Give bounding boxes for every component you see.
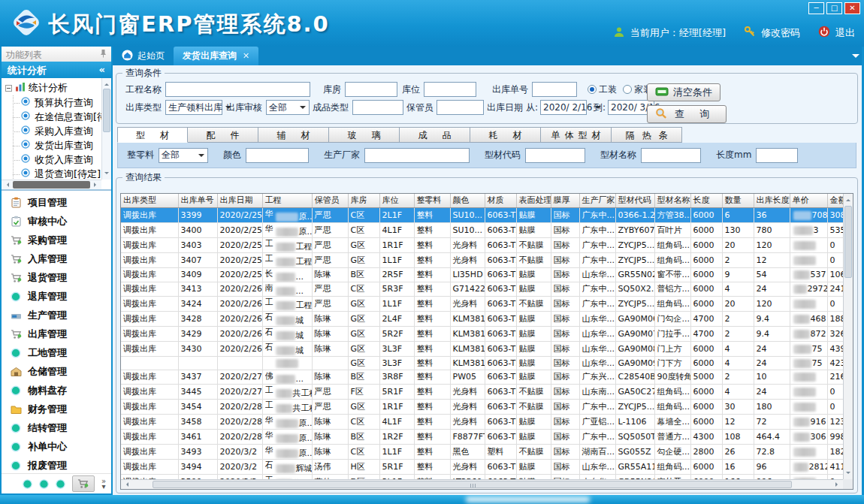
table-cell[interactable]: 严思 [312,222,348,237]
project-name-input[interactable] [165,82,310,97]
table-cell[interactable]: 6063-T5 [485,429,516,444]
table-cell[interactable]: 不贴膜 [516,399,551,414]
table-cell[interactable]: 贴膜 [516,222,551,237]
table-cell[interactable]: 国标 [551,459,579,474]
table-cell[interactable]: 6000 [690,237,722,252]
table-cell[interactable]: 调拨出库 [121,384,178,399]
table-cell[interactable]: 5R1F [379,489,414,490]
column-header[interactable]: 库房 [348,194,379,207]
table-cell[interactable]: 10 [754,370,790,384]
table-row[interactable]: 调拨出库34292020/2/26石城陈琳G区5R2F整料KLM38176063… [121,326,845,341]
table-cell[interactable]: 不贴膜 [516,237,551,252]
workwear-radio[interactable] [588,85,597,94]
column-header[interactable]: 出库类型 [121,194,178,207]
table-cell[interactable]: 60 [754,489,790,490]
profile-code-input[interactable] [525,148,585,163]
table-cell[interactable]: 2020/2/26 [217,311,262,326]
table-cell[interactable]: 黑色 [450,444,485,459]
table-cell[interactable]: 6063-T5 [485,459,516,474]
table-row[interactable]: 调拨出库34932020/3/2华原...陈琳C区1L1F整料黑色塑料不贴膜国标… [121,444,845,459]
table-cell[interactable]: 广东中... [579,252,615,267]
table-cell[interactable]: C28540B [615,370,654,384]
table-cell[interactable]: 整料 [414,444,450,459]
table-cell[interactable]: KLM3817 [450,326,485,341]
table-cell[interactable]: 整料 [414,267,450,282]
table-cell[interactable]: 调拨出库 [121,429,178,444]
tree-horizontal-scrollbar[interactable] [2,180,101,189]
table-cell[interactable]: 780 [754,222,790,237]
table-cell[interactable]: 石城 [262,326,312,341]
table-cell[interactable]: 3428 [178,311,217,326]
table-cell[interactable]: 山东华... [579,267,615,282]
table-cell[interactable]: 6063-T5 [485,489,516,490]
table-cell[interactable]: 调拨出库 [121,370,178,384]
table-cell[interactable]: 2020/3/4 [217,489,262,490]
column-header[interactable]: 整零料 [414,194,450,207]
table-cell[interactable]: G区 [348,237,379,252]
table-cell[interactable]: 严思 [312,282,348,296]
table-row[interactable]: 调拨出库34002020/2/25华原...严思C区4L1F整料SU10...6… [121,222,845,237]
column-header[interactable]: 颜色 [450,194,485,207]
column-header[interactable]: 型材代码 [615,194,654,207]
table-cell[interactable]: 不贴膜 [516,296,551,311]
table-cell[interactable]: SU10... [450,222,485,237]
table-cell[interactable]: 916 [790,414,827,429]
table-cell[interactable]: 普通方... [654,429,690,444]
table-cell[interactable]: 3454 [178,399,217,414]
table-cell[interactable]: 2020/2/26 [217,326,262,341]
table-cell[interactable]: 120 [754,237,790,252]
table-cell[interactable] [790,237,827,252]
table-cell[interactable]: 整料 [414,341,450,356]
table-cell[interactable]: GA90M07.. [615,326,654,341]
table-cell[interactable]: 3L3F [379,356,414,370]
table-cell[interactable]: 120 [754,296,790,311]
table-cell[interactable]: 组角码... [654,252,690,267]
table-cell[interactable]: 5000 [690,370,722,384]
table-cell[interactable]: 1L1F [379,252,414,267]
table-cell[interactable]: GA90M08.. [615,341,654,356]
table-cell[interactable]: 2020/2/28 [217,429,262,444]
table-cell[interactable]: 708 [790,207,827,222]
table-cell[interactable]: 门上方 [654,341,690,356]
sidebar-module-item[interactable]: 退库管理 [2,287,111,306]
tab-close-icon[interactable]: ✕ [243,51,249,61]
table-cell[interactable]: 0 [827,489,845,490]
location-input[interactable] [424,82,476,97]
table-cell[interactable]: 调拨出库 [121,489,178,490]
table-cell[interactable]: 门勾企... [654,311,690,326]
table-cell[interactable]: G区 [348,399,379,414]
table-cell[interactable]: 贴膜 [516,207,551,222]
table-cell[interactable]: ZYCJP5... [615,399,654,414]
table-cell[interactable]: 5R1F [379,384,414,399]
table-cell[interactable]: 国标 [551,222,579,237]
table-cell[interactable]: 16 [722,459,754,474]
table-cell[interactable]: 4700 [690,311,722,326]
table-cell[interactable]: 2020/2/25 [217,252,262,267]
tree-item[interactable]: 发货出库查询 [5,138,101,152]
table-cell[interactable]: 4 [722,282,754,296]
table-cell[interactable]: 严思 [312,296,348,311]
table-cell[interactable]: 2020/2/26 [217,341,262,356]
table-cell[interactable]: 国标 [551,207,579,222]
table-cell[interactable] [790,444,827,459]
table-cell[interactable]: 光身料 [450,459,485,474]
table-cell[interactable]: 山东南... [579,384,615,399]
table-cell[interactable]: 华原... [262,429,312,444]
table-cell[interactable]: 3399 [178,207,217,222]
grid-horizontal-scrollbar[interactable] [121,479,843,489]
table-cell[interactable]: 严思 [312,207,348,222]
table-cell[interactable]: 贴膜 [516,370,551,384]
table-cell[interactable]: 2020/3/2 [217,444,262,459]
table-cell[interactable]: 国标 [551,356,579,370]
tab-overflow-caret[interactable] [852,54,859,62]
table-cell[interactable]: GA50C27 [615,384,654,399]
table-cell[interactable]: 贴膜 [516,341,551,356]
table-cell[interactable] [790,252,827,267]
table-cell[interactable]: 山东南... [579,489,615,490]
table-cell[interactable]: 9 [722,267,754,282]
outbound-type-select[interactable]: 生产领料出库 [165,100,222,115]
table-cell[interactable]: 3409 [178,267,217,282]
scroll-thumb[interactable] [844,206,852,278]
table-cell[interactable]: 3R8F [379,370,414,384]
table-cell[interactable]: 光身料 [450,237,485,252]
